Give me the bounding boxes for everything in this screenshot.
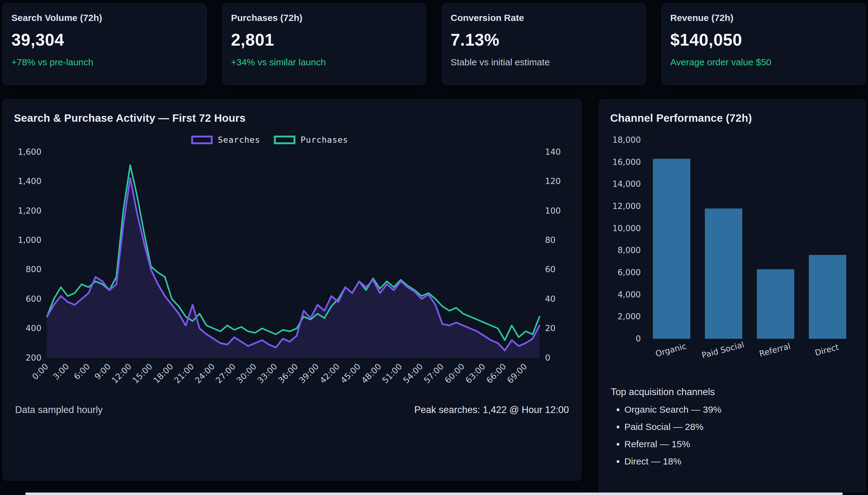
channel-list: Organic Search — 39% Paid Social — 28% R… (610, 404, 854, 467)
bar-y-tick: 0 (636, 334, 641, 343)
kpi-delta: Stable vs initial estimate (450, 57, 637, 68)
channel-item-organic: Organic Search — 39% (624, 404, 854, 415)
bar-x-tick: Organic (655, 342, 688, 358)
channel-item-direct: Direct — 18% (624, 456, 854, 467)
x-axis-tick: 15:00 (130, 361, 154, 385)
kpi-delta: +78% vs pre-launch (12, 57, 198, 68)
kpi-value: 39,304 (12, 30, 198, 50)
x-axis-tick: 12:00 (110, 361, 134, 385)
x-axis-tick: 63:00 (464, 361, 487, 385)
x-axis-tick: 3:00 (51, 361, 71, 381)
x-axis-tick: 24:00 (193, 361, 217, 385)
right-axis-tick: 0 (545, 353, 550, 362)
x-axis-tick: 54:00 (401, 361, 425, 385)
right-axis-tick: 140 (545, 147, 561, 157)
kpi-row: Search Volume (72h) 39,304 +78% vs pre-l… (2, 3, 866, 85)
purchases-legend-label: Purchases (301, 135, 348, 144)
main-row: Search & Purchase Activity — First 72 Ho… (2, 99, 866, 493)
bar-x-tick: Referral (758, 341, 792, 358)
left-axis-tick: 400 (25, 323, 41, 333)
kpi-title: Conversion Rate (450, 13, 637, 23)
x-axis-tick: 45:00 (339, 361, 362, 385)
bar-y-tick: 4,000 (618, 290, 641, 299)
channel-item-paid-social: Paid Social — 28% (624, 422, 854, 432)
left-axis-tick: 600 (25, 294, 41, 304)
x-axis-tick: 18:00 (151, 361, 175, 385)
x-axis-tick: 48:00 (359, 361, 383, 385)
x-axis-tick: 66:00 (484, 361, 508, 385)
right-axis-tick: 120 (545, 176, 561, 186)
x-axis-tick: 36:00 (276, 361, 300, 385)
bar-paid-social (705, 208, 742, 339)
left-axis-tick: 800 (25, 264, 41, 274)
bar-y-tick: 8,000 (618, 246, 641, 255)
activity-panel: Search & Purchase Activity — First 72 Ho… (2, 99, 582, 481)
purchases-legend-swatch (275, 137, 295, 143)
activity-footer: Data sampled hourly Peak searches: 1,422… (14, 404, 570, 415)
x-axis-tick: 60:00 (443, 361, 466, 385)
kpi-card-revenue: Revenue (72h) $140,050 Average order val… (661, 3, 866, 85)
kpi-value: 7.13% (450, 30, 637, 50)
kpi-card-purchases: Purchases (72h) 2,801 +34% vs similar la… (222, 3, 426, 85)
activity-panel-title: Search & Purchase Activity — First 72 Ho… (14, 112, 570, 124)
x-axis-tick: 30:00 (235, 361, 259, 385)
x-axis-tick: 33:00 (255, 361, 279, 385)
right-axis-tick: 80 (545, 235, 555, 245)
bar-x-tick: Direct (814, 342, 840, 358)
searches-legend-swatch (192, 137, 212, 143)
bar-organic (653, 159, 690, 339)
x-axis-tick: 69:00 (505, 361, 529, 385)
kpi-card-search-volume: Search Volume (72h) 39,304 +78% vs pre-l… (2, 3, 207, 85)
x-axis-tick: 6:00 (72, 361, 92, 381)
channels-subheading: Top acquisition channels (611, 387, 854, 398)
x-axis-tick: 27:00 (214, 361, 237, 385)
right-axis-tick: 40 (545, 294, 555, 304)
bar-direct (809, 255, 846, 339)
bar-y-tick: 12,000 (612, 202, 641, 211)
kpi-delta: Average order value $50 (670, 57, 856, 68)
kpi-title: Search Volume (72h) (12, 13, 198, 23)
kpi-title: Purchases (72h) (231, 13, 418, 23)
right-axis-tick: 20 (545, 323, 555, 333)
activity-line-chart: 2004006008001,0001,2001,4001,60002040608… (14, 132, 570, 396)
bar-y-tick: 2,000 (618, 312, 641, 321)
right-axis-tick: 60 (545, 264, 555, 274)
bar-y-tick: 14,000 (612, 180, 641, 189)
kpi-value: 2,801 (231, 30, 418, 50)
kpi-delta: +34% vs similar launch (231, 57, 418, 68)
left-axis-tick: 1,400 (18, 176, 41, 186)
left-axis-tick: 200 (25, 353, 41, 362)
bar-x-tick: Paid Social (701, 340, 745, 360)
bar-y-tick: 18,000 (612, 135, 641, 144)
left-axis-tick: 1,600 (18, 147, 41, 157)
channel-panel-title: Channel Performance (72h) (610, 112, 854, 124)
x-axis-tick: 51:00 (380, 361, 404, 385)
x-axis-tick: 42:00 (318, 361, 341, 385)
right-axis-tick: 100 (545, 206, 561, 216)
bar-y-tick: 6,000 (618, 268, 641, 277)
x-axis-tick: 57:00 (422, 361, 446, 385)
searches-area (47, 178, 539, 358)
bar-referral (757, 269, 794, 339)
kpi-title: Revenue (72h) (670, 13, 856, 23)
sampling-note: Data sampled hourly (15, 404, 103, 415)
x-axis-tick: 0:00 (30, 361, 50, 381)
bar-y-tick: 16,000 (612, 157, 641, 167)
channel-panel: Channel Performance (72h) 02,0004,0006,0… (599, 99, 866, 493)
channel-bar-chart: 02,0004,0006,0008,00010,00012,00014,0001… (610, 132, 854, 381)
chart-legend: SearchesPurchases (192, 135, 348, 144)
channel-item-referral: Referral — 15% (624, 439, 854, 449)
x-axis-tick: 21:00 (172, 361, 196, 385)
x-axis-tick: 39:00 (297, 361, 321, 385)
left-axis-tick: 1,200 (18, 206, 41, 216)
kpi-value: $140,050 (670, 30, 856, 50)
dashboard-page: Search Volume (72h) 39,304 +78% vs pre-l… (0, 0, 868, 493)
left-axis-tick: 1,000 (18, 235, 41, 245)
searches-legend-label: Searches (218, 135, 260, 144)
kpi-card-conversion-rate: Conversion Rate 7.13% Stable vs initial … (442, 3, 646, 85)
bar-y-tick: 10,000 (612, 224, 641, 233)
peak-note: Peak searches: 1,422 @ Hour 12:00 (414, 404, 569, 415)
